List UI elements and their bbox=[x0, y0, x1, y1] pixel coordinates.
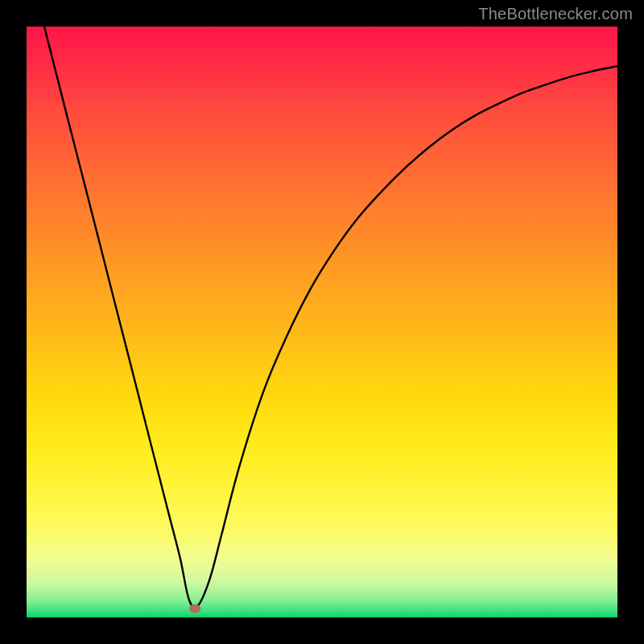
chart-svg bbox=[27, 27, 617, 617]
chart-frame: TheBottlenecker.com bbox=[0, 0, 644, 644]
plot-area bbox=[27, 27, 617, 617]
optimal-marker bbox=[189, 605, 200, 613]
watermark-text: TheBottlenecker.com bbox=[478, 5, 633, 23]
bottleneck-curve bbox=[44, 27, 617, 608]
